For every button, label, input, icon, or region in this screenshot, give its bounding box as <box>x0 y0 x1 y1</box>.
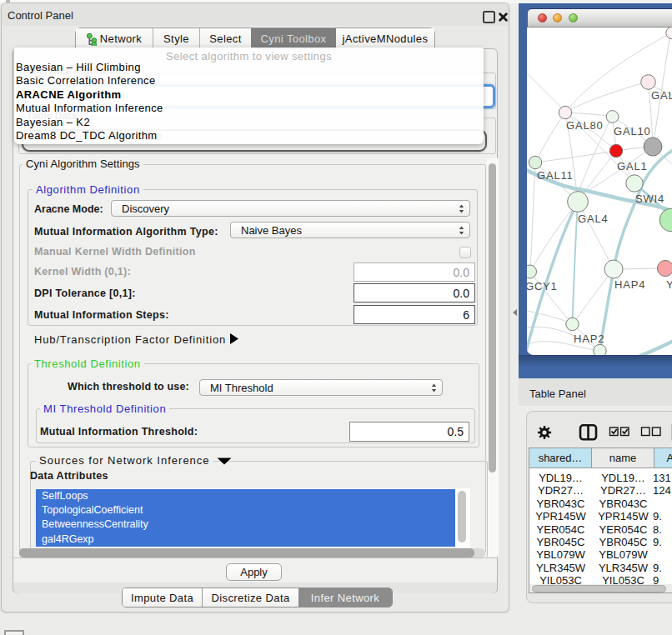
svg-text:HAP4: HAP4 <box>614 278 645 291</box>
svg-text:GAL4: GAL4 <box>578 212 608 225</box>
svg-text:GAL1: GAL1 <box>617 160 647 172</box>
svg-text:GCY1: GCY1 <box>527 280 558 292</box>
svg-text:GAL11: GAL11 <box>537 169 574 182</box>
svg-text:GAL7: GAL7 <box>651 89 672 102</box>
svg-text:SWI4: SWI4 <box>635 192 664 205</box>
svg-text:GAL80: GAL80 <box>566 119 603 132</box>
svg-text:HAP2: HAP2 <box>574 332 604 345</box>
svg-text:GAL10: GAL10 <box>614 125 650 138</box>
svg-text:Y: Y <box>666 278 672 291</box>
